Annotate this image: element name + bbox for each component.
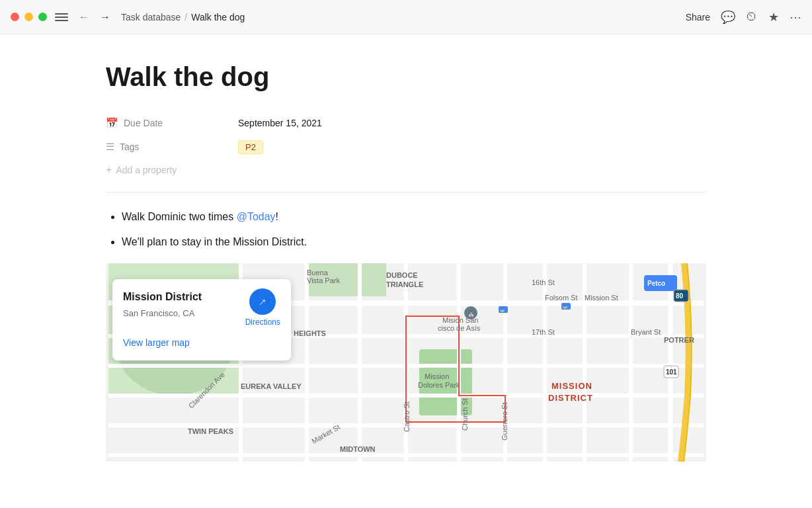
bullet-2-text: We'll plan to stay in the Mission Distri…: [122, 236, 307, 247]
page-content: Walk the dog 📅 Due Date September 15, 20…: [0, 34, 812, 508]
svg-text:80: 80: [676, 292, 684, 300]
svg-text:DISTRICT: DISTRICT: [548, 393, 593, 403]
svg-text:cisco de Asís: cisco de Asís: [438, 324, 481, 332]
svg-text:Misión San: Misión San: [442, 316, 478, 324]
svg-text:Dolores Park: Dolores Park: [418, 381, 460, 389]
list-item: Walk Dominic two times @Today!: [122, 208, 706, 226]
share-button[interactable]: Share: [686, 12, 710, 22]
svg-text:Church St: Church St: [461, 398, 469, 431]
svg-text:Guerrero St: Guerrero St: [501, 403, 508, 441]
star-icon[interactable]: ★: [768, 10, 779, 24]
svg-text:101: 101: [666, 368, 677, 376]
bullet-list: Walk Dominic two times @Today! We'll pla…: [106, 208, 706, 250]
hamburger-menu-icon[interactable]: [55, 11, 68, 24]
popup-title: Mission District: [123, 288, 202, 306]
history-icon[interactable]: ⏲: [746, 10, 758, 24]
map-background: Folsom St Mission St 17th St Bryant St 1…: [106, 263, 706, 462]
svg-text:Folsom St: Folsom St: [545, 294, 578, 302]
directions-icon: ↑: [249, 288, 276, 315]
bullet-1-suffix: !: [276, 211, 278, 222]
svg-text:TWIN PEAKS: TWIN PEAKS: [188, 427, 233, 435]
plus-icon: +: [106, 164, 112, 176]
popup-subtitle: San Francisco, CA: [123, 307, 202, 321]
breadcrumb: Task database / Walk the dog: [121, 12, 686, 22]
list-icon: ☰: [106, 141, 114, 153]
view-larger-map-link[interactable]: View larger map: [123, 335, 190, 350]
due-date-label: 📅 Due Date: [106, 117, 238, 129]
titlebar-actions: Share 💬 ⏲ ★ ⋯: [686, 10, 801, 24]
svg-text:16th St: 16th St: [532, 278, 555, 286]
svg-text:DUBOCE: DUBOCE: [386, 271, 418, 279]
breadcrumb-parent[interactable]: Task database: [121, 12, 181, 22]
directions-arrow-icon: ↑: [254, 293, 272, 311]
svg-text:MIDTOWN: MIDTOWN: [340, 445, 376, 453]
svg-text:Vista Park: Vista Park: [307, 276, 340, 284]
comment-icon[interactable]: 💬: [721, 10, 735, 24]
back-button[interactable]: ←: [76, 10, 92, 24]
mission-district-label: MISSION: [551, 381, 592, 391]
svg-text:17th St: 17th St: [532, 328, 555, 336]
add-property-button[interactable]: + Add a property: [106, 159, 706, 181]
page-title: Walk the dog: [106, 61, 706, 93]
maximize-button[interactable]: [38, 13, 47, 21]
section-divider: [106, 192, 706, 192]
directions-button[interactable]: ↑ Directions: [245, 288, 280, 329]
properties-section: 📅 Due Date September 15, 2021 ☰ Tags P2 …: [106, 111, 706, 181]
due-date-property[interactable]: 📅 Due Date September 15, 2021: [106, 111, 706, 135]
svg-text:HEIGHTS: HEIGHTS: [294, 329, 326, 337]
svg-text:Bryant St: Bryant St: [631, 328, 661, 336]
popup-location-info: Mission District San Francisco, CA: [123, 288, 202, 320]
more-options-icon[interactable]: ⋯: [790, 10, 801, 24]
mention-today[interactable]: @Today: [237, 211, 276, 222]
directions-label: Directions: [245, 316, 280, 329]
svg-text:Castro St: Castro St: [403, 402, 411, 432]
svg-text:Buena: Buena: [307, 269, 329, 276]
tag-value[interactable]: P2: [238, 142, 263, 152]
nav-arrows: ← →: [76, 10, 113, 24]
minimize-button[interactable]: [24, 13, 33, 21]
close-button[interactable]: [11, 13, 19, 21]
breadcrumb-separator: /: [184, 12, 187, 22]
svg-text:POTRER: POTRER: [664, 336, 694, 344]
tag-badge[interactable]: P2: [238, 140, 263, 154]
svg-text:Mission St: Mission St: [585, 294, 618, 302]
map-popup: Mission District San Francisco, CA ↑ Dir…: [112, 279, 291, 360]
list-item: We'll plan to stay in the Mission Distri…: [122, 233, 706, 251]
bullet-1-text: Walk Dominic two times: [122, 211, 237, 222]
breadcrumb-current: Walk the dog: [191, 12, 245, 22]
map-embed[interactable]: Folsom St Mission St 17th St Bryant St 1…: [106, 263, 706, 462]
forward-button[interactable]: →: [97, 10, 113, 24]
svg-text:🚌: 🚌: [562, 304, 568, 310]
svg-text:Petco: Petco: [647, 280, 665, 287]
svg-text:🚌: 🚌: [499, 307, 505, 313]
svg-text:EUREKA VALLEY: EUREKA VALLEY: [241, 382, 302, 390]
svg-text:Mission: Mission: [425, 372, 449, 380]
calendar-icon: 📅: [106, 117, 118, 129]
traffic-lights: [11, 13, 47, 21]
popup-header: Mission District San Francisco, CA ↑ Dir…: [123, 288, 280, 329]
due-date-value[interactable]: September 15, 2021: [238, 118, 322, 128]
body-content: Walk Dominic two times @Today! We'll pla…: [106, 208, 706, 462]
titlebar: ← → Task database / Walk the dog Share 💬…: [0, 0, 812, 34]
svg-text:TRIANGLE: TRIANGLE: [386, 280, 423, 288]
tags-property[interactable]: ☰ Tags P2: [106, 135, 706, 159]
tags-label: ☰ Tags: [106, 141, 238, 153]
